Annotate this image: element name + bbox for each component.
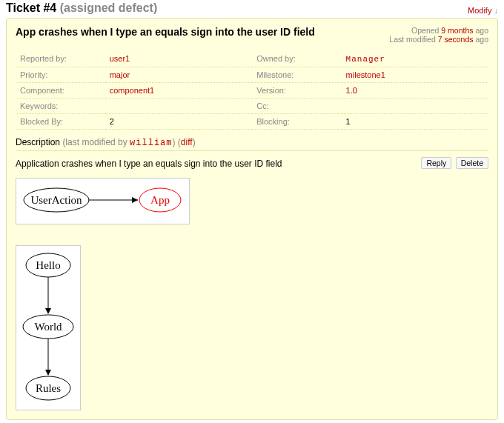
keywords-label: Keywords:	[16, 99, 105, 114]
delete-button[interactable]: Delete	[456, 157, 488, 169]
lm-suffix: ) (	[173, 137, 181, 147]
description-body: Reply Delete Application crashes when I …	[16, 159, 488, 410]
ticket-title-text: Ticket #4	[6, 1, 56, 14]
reported-by-label: Reported by:	[16, 51, 105, 67]
date-block: Opened 9 months ago Last modified 7 seco…	[389, 26, 488, 44]
graph2-node1: Hello	[36, 259, 60, 271]
opened-suffix: ago	[475, 26, 488, 35]
graph-image-1: UserAction App	[16, 178, 190, 224]
blocking-value: 1	[342, 114, 488, 130]
lm-user: william	[130, 138, 172, 148]
priority-label: Priority:	[16, 67, 105, 83]
modified-suffix: ago	[475, 35, 488, 44]
svg-marker-2	[132, 197, 138, 203]
milestone-value[interactable]: milestone1	[346, 70, 385, 79]
modified-line: Last modified 7 seconds ago	[389, 35, 488, 44]
description-text: Application crashes when I type an equal…	[16, 159, 488, 169]
table-row: Keywords: Cc:	[16, 99, 488, 114]
ticket-header: Ticket #4 (assigned defect) Modify ↓	[6, 1, 498, 15]
modified-rel: 7 seconds	[438, 35, 474, 44]
description-heading-text: Description	[16, 137, 60, 147]
cc-label: Cc:	[252, 99, 341, 114]
lm-close: )	[193, 137, 196, 147]
blocked-by-label: Blocked By:	[16, 114, 105, 130]
version-label: Version:	[252, 83, 341, 99]
priority-value[interactable]: major	[110, 70, 130, 79]
svg-marker-6	[45, 308, 51, 314]
reported-by-value[interactable]: user1	[110, 54, 130, 63]
table-row: Blocked By: 2 Blocking: 1	[16, 114, 488, 130]
reply-button[interactable]: Reply	[421, 157, 451, 169]
page-title: Ticket #4 (assigned defect)	[6, 1, 498, 15]
milestone-label: Milestone:	[252, 67, 341, 83]
blocked-by-value: 2	[105, 114, 253, 130]
owned-by-label: Owned by:	[252, 51, 341, 67]
opened-line: Opened 9 months ago	[389, 26, 488, 35]
modified-prefix: Last modified	[389, 35, 435, 44]
graph2-node3: Rules	[36, 382, 61, 394]
version-value[interactable]: 1.0	[346, 86, 357, 95]
properties-table: Reported by: user1 Owned by: Manager Pri…	[16, 51, 488, 130]
summary-row: App crashes when I type an equals sign i…	[16, 26, 488, 44]
ticket-status: (assigned defect)	[60, 1, 158, 14]
modify-link-label: Modify	[468, 6, 491, 15]
graph1-node2: App	[150, 194, 170, 206]
blocking-label: Blocking:	[252, 114, 341, 130]
separator	[16, 150, 488, 151]
description-heading: Description (last modified by william) (…	[16, 137, 488, 148]
ticket-summary: App crashes when I type an equals sign i…	[16, 26, 315, 38]
graph-image-2: Hello World Rules	[16, 245, 81, 410]
table-row: Reported by: user1 Owned by: Manager	[16, 51, 488, 67]
diff-link[interactable]: diff	[181, 137, 193, 147]
graph2-node2: World	[34, 321, 62, 333]
modify-link-wrap: Modify ↓	[468, 6, 498, 15]
table-row: Priority: major Milestone: milestone1	[16, 67, 488, 83]
down-arrow-icon: ↓	[494, 6, 499, 15]
component-label: Component:	[16, 83, 105, 99]
component-value[interactable]: component1	[110, 86, 155, 95]
table-row: Component: component1 Version: 1.0	[16, 83, 488, 99]
svg-marker-9	[45, 370, 51, 376]
opened-prefix: Opened	[411, 26, 439, 35]
lm-prefix: (last modified by	[62, 137, 127, 147]
modify-link[interactable]: Modify	[468, 6, 494, 15]
cc-value	[342, 99, 488, 114]
graph1-node1: UserAction	[30, 194, 82, 206]
opened-rel: 9 months	[441, 26, 473, 35]
owned-by-value[interactable]: Manager	[346, 55, 385, 64]
description-buttons: Reply Delete	[420, 157, 488, 169]
keywords-value	[105, 99, 253, 114]
ticket-box: App crashes when I type an equals sign i…	[6, 18, 498, 420]
